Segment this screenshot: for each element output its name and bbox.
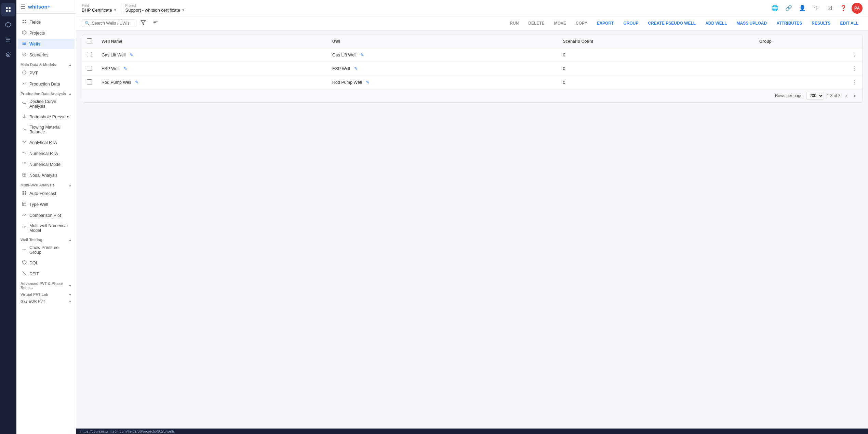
- fields-label: Fields: [29, 20, 41, 25]
- svg-rect-2: [6, 10, 8, 12]
- table-row: ESP Well ✎ ESP Well ✎ 0 ⋮: [82, 62, 862, 76]
- rows-per-page-select[interactable]: 200 50 100: [806, 92, 824, 100]
- person-icon[interactable]: 👤: [797, 3, 808, 14]
- svg-rect-38: [25, 226, 26, 226]
- add-well-button[interactable]: ADD WELL: [701, 19, 731, 27]
- link-icon[interactable]: 🔗: [783, 3, 794, 14]
- sidebar-item-numerical-rta[interactable]: Numerical RTA: [18, 148, 75, 159]
- results-button[interactable]: RESULTS: [807, 19, 834, 27]
- edit-uwi-icon[interactable]: ✎: [360, 52, 364, 57]
- row-more-icon[interactable]: ⋮: [852, 52, 857, 58]
- edit-uwi-icon[interactable]: ✎: [366, 80, 370, 85]
- section-well-testing-chevron: ▲: [68, 238, 72, 242]
- row-checkbox[interactable]: [87, 66, 92, 71]
- checkbox-icon[interactable]: ☑: [824, 3, 835, 14]
- row-checkbox-cell: [82, 48, 97, 62]
- edit-well-icon[interactable]: ✎: [123, 66, 127, 71]
- sort-icon[interactable]: [150, 18, 161, 28]
- svg-rect-33: [23, 193, 24, 195]
- sidebar-item-comparison-plot[interactable]: Comparison Plot: [18, 210, 75, 221]
- user-avatar[interactable]: PA: [852, 3, 863, 14]
- table-footer: Rows per page: 200 50 100 1-3 of 3 ‹ ›: [82, 89, 862, 102]
- edit-uwi-icon[interactable]: ✎: [354, 66, 358, 71]
- delete-button[interactable]: DELETE: [524, 19, 548, 27]
- globe-icon[interactable]: 🌐: [770, 3, 780, 14]
- move-button[interactable]: MOVE: [550, 19, 570, 27]
- section-virtual-pvt[interactable]: Virtual PVT Lab ▼: [16, 290, 76, 297]
- section-main-data[interactable]: Main Data & Models ▲: [16, 61, 76, 67]
- select-all-checkbox[interactable]: [87, 38, 92, 43]
- svg-rect-22: [23, 162, 23, 163]
- sidebar-item-chow-pressure-group[interactable]: Chow Pressure Group: [18, 243, 75, 257]
- mass-upload-button[interactable]: MASS UPLOAD: [733, 19, 771, 27]
- sidebar-item-wells[interactable]: Wells: [18, 39, 75, 49]
- project-label: Project: [125, 4, 185, 8]
- row-checkbox[interactable]: [87, 52, 92, 57]
- type-well-icon: [22, 201, 27, 207]
- sidebar-item-dqi[interactable]: DQI: [18, 258, 75, 268]
- section-well-testing[interactable]: Well Testing ▲: [16, 236, 76, 242]
- row-checkbox[interactable]: [87, 79, 92, 84]
- row-more-icon[interactable]: ⋮: [852, 65, 857, 72]
- sidebar-item-auto-forecast[interactable]: Auto-Forecast: [18, 188, 75, 199]
- project-select[interactable]: Support - whitson certificate ▼: [125, 8, 185, 13]
- edit-well-icon[interactable]: ✎: [130, 52, 133, 57]
- edit-all-button[interactable]: EDIT ALL: [836, 19, 863, 27]
- sidebar-item-numerical-model[interactable]: Numerical Model: [18, 159, 75, 170]
- row-more-icon[interactable]: ⋮: [852, 79, 857, 86]
- rail-wells[interactable]: [1, 33, 15, 47]
- sidebar-item-projects[interactable]: Projects: [18, 28, 75, 38]
- prev-page-button[interactable]: ‹: [843, 92, 849, 99]
- nodal-analysis-icon: [22, 172, 27, 178]
- rail-scenarios[interactable]: [1, 48, 15, 62]
- flowing-material-label: Flowing Material Balance: [29, 125, 70, 134]
- field-value: BHP Certificate: [82, 8, 112, 13]
- sidebar-item-flowing-material[interactable]: Flowing Material Balance: [18, 122, 75, 137]
- section-gas-eor[interactable]: Gas EOR PVT ▼: [16, 297, 76, 304]
- section-virtual-pvt-chevron: ▼: [68, 293, 72, 297]
- scenario-count-value: 0: [563, 53, 565, 57]
- help-icon[interactable]: ❓: [838, 3, 849, 14]
- multi-well-numerical-icon: [22, 225, 27, 231]
- temperature-icon[interactable]: °F: [811, 3, 822, 14]
- create-pseudo-well-button[interactable]: CREATE PSEUDO WELL: [644, 19, 700, 27]
- comparison-plot-icon: [22, 212, 27, 218]
- filter-icon[interactable]: [138, 18, 149, 28]
- sidebar-item-scenarios[interactable]: Scenarios: [18, 50, 75, 60]
- sidebar-item-analytical-rta[interactable]: Analytical RTA: [18, 137, 75, 148]
- search-input[interactable]: [92, 21, 133, 26]
- svg-rect-36: [23, 226, 23, 226]
- rail-projects[interactable]: [1, 18, 15, 31]
- sidebar-item-bottomhole[interactable]: Bottomhole Pressure: [18, 111, 75, 122]
- section-advanced-pvt[interactable]: Advanced PVT & Phase Beha... ▼: [16, 279, 76, 290]
- scenario-count-cell: 0: [558, 62, 755, 76]
- hamburger-menu[interactable]: ☰: [21, 3, 25, 10]
- sidebar-item-dfit[interactable]: DFIT: [18, 268, 75, 279]
- svg-rect-3: [9, 10, 11, 12]
- sidebar-item-fields[interactable]: Fields: [18, 17, 75, 27]
- section-gas-eor-chevron: ▼: [68, 300, 72, 303]
- field-select[interactable]: BHP Certificate ▼: [82, 8, 117, 13]
- wells-label: Wells: [29, 42, 40, 47]
- export-button[interactable]: EXPORT: [593, 19, 618, 27]
- copy-button[interactable]: COPY: [572, 19, 591, 27]
- svg-rect-27: [25, 163, 26, 164]
- edit-well-icon[interactable]: ✎: [135, 80, 139, 85]
- group-button[interactable]: GROUP: [619, 19, 642, 27]
- sidebar-item-multi-well-numerical[interactable]: Multi-well Numerical Model: [18, 221, 75, 235]
- sidebar-item-pvt[interactable]: PVT: [18, 68, 75, 78]
- topbar-separator: [121, 3, 121, 13]
- attributes-button[interactable]: ATTRIBUTES: [772, 19, 806, 27]
- sidebar-item-type-well[interactable]: Type Well: [18, 199, 75, 210]
- section-multi-well[interactable]: Multi-Well Analysis ▲: [16, 181, 76, 188]
- rail-fields[interactable]: [1, 3, 15, 16]
- sidebar-item-nodal-analysis[interactable]: Nodal Analysis: [18, 170, 75, 181]
- sidebar-header: ☰ whitson+: [16, 0, 76, 14]
- sidebar-item-production-data[interactable]: Production Data: [18, 79, 75, 89]
- section-production-analysis[interactable]: Production Data Analysis ▲: [16, 90, 76, 96]
- uwi-cell: ESP Well ✎: [328, 62, 558, 76]
- run-button[interactable]: RUN: [506, 19, 523, 27]
- sidebar-item-decline-curve[interactable]: Decline Curve Analysis: [18, 97, 75, 111]
- next-page-button[interactable]: ›: [852, 92, 857, 99]
- svg-point-8: [6, 53, 10, 57]
